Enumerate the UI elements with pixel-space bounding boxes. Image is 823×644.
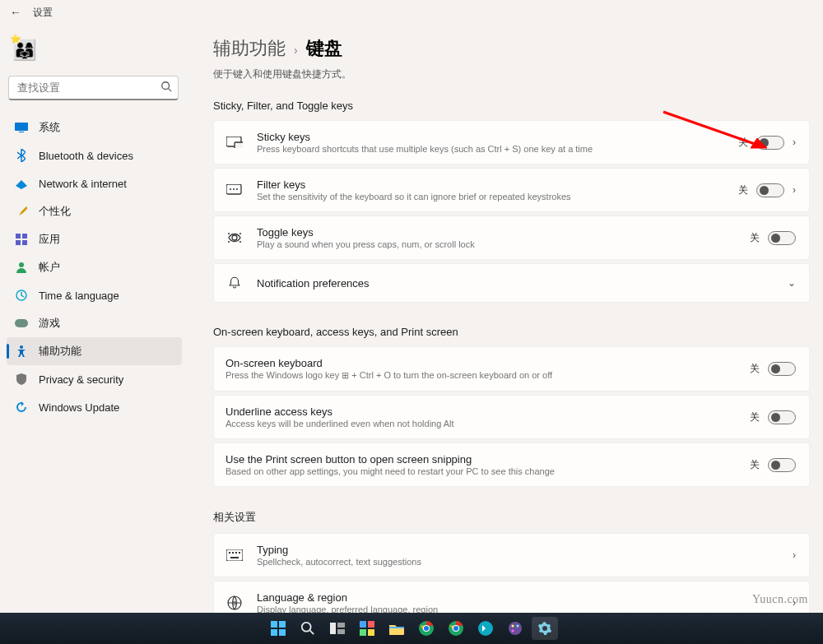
- nav-item-wifi[interactable]: Network & internet: [7, 169, 182, 197]
- toggle-switch[interactable]: [756, 183, 784, 197]
- section-title: Sticky, Filter, and Toggle keys: [213, 100, 810, 112]
- svg-text:字: 字: [232, 600, 237, 606]
- toggle-state-label: 关: [750, 458, 760, 472]
- nav-item-label: 游戏: [39, 316, 60, 331]
- card-icon: [226, 229, 244, 247]
- card-icon: 字: [226, 594, 244, 612]
- clock-icon: [15, 289, 28, 302]
- toggle-switch[interactable]: [768, 362, 796, 376]
- chevron-right-icon: ›: [294, 44, 298, 57]
- palette-icon[interactable]: [502, 617, 528, 640]
- svg-rect-6: [16, 240, 21, 245]
- game-icon: [15, 317, 28, 330]
- nav-item-shield[interactable]: Privacy & security: [7, 365, 182, 393]
- breadcrumb: 辅助功能 › 键盘: [213, 36, 810, 61]
- nav-item-label: Network & internet: [39, 178, 127, 190]
- nav-item-accessibility[interactable]: 辅助功能: [7, 337, 182, 365]
- file-explorer-icon[interactable]: [384, 617, 410, 640]
- svg-rect-13: [235, 142, 243, 148]
- card-description: Press keyboard shortcuts that use multip…: [257, 144, 725, 154]
- svg-rect-29: [271, 629, 277, 636]
- nav-item-label: 辅助功能: [39, 344, 81, 359]
- person-icon: [15, 261, 28, 274]
- bell-icon: [226, 274, 244, 292]
- card-icon: [226, 181, 244, 199]
- toggle-switch[interactable]: [768, 458, 796, 472]
- card-description: Access keys will be underlined even when…: [226, 419, 737, 429]
- svg-rect-20: [239, 552, 240, 554]
- nav-item-label: Bluetooth & devices: [39, 150, 133, 162]
- nav-item-person[interactable]: 帐户: [7, 253, 182, 281]
- brush-icon: [15, 205, 28, 218]
- setting-card-filter-keys[interactable]: Filter keys Set the sensitivity of the k…: [213, 168, 810, 212]
- widgets-icon[interactable]: [354, 617, 380, 640]
- toggle-state-label: 关: [750, 362, 760, 376]
- svg-rect-21: [230, 557, 239, 558]
- card-title: Underline access keys: [226, 405, 737, 418]
- toggle-state-label: 关: [738, 183, 748, 197]
- chrome-icon[interactable]: [413, 617, 439, 640]
- nav-item-apps[interactable]: 应用: [7, 225, 182, 253]
- chevron-right-icon: ›: [793, 184, 796, 196]
- svg-point-50: [517, 625, 519, 628]
- card-title: Toggle keys: [257, 226, 737, 239]
- related-card-typing[interactable]: Typing Spellcheck, autocorrect, text sug…: [213, 533, 810, 577]
- page-subtitle: 便于键入和使用键盘快捷方式。: [213, 67, 810, 81]
- section-title: 相关设置: [213, 510, 810, 525]
- toggle-state-label: 关: [750, 231, 760, 245]
- toggle-state-label: 关: [750, 410, 760, 424]
- notification-preferences-card[interactable]: Notification preferences ⌄: [213, 263, 810, 303]
- card-title: Use the Print screen button to open scre…: [226, 453, 737, 466]
- svg-rect-37: [368, 621, 374, 628]
- card-description: Based on other app settings, you might n…: [226, 466, 737, 476]
- svg-point-11: [20, 345, 23, 349]
- svg-point-51: [512, 630, 514, 632]
- setting-card-toggle-keys[interactable]: Toggle keys Play a sound when you press …: [213, 215, 810, 260]
- settings-taskbar-icon[interactable]: [532, 617, 558, 640]
- section-title: On-screen keyboard, access keys, and Pri…: [213, 326, 810, 338]
- svg-rect-16: [226, 549, 243, 561]
- user-avatar[interactable]: [12, 35, 43, 66]
- nav-item-label: Privacy & security: [39, 373, 123, 386]
- svg-rect-2: [15, 123, 28, 131]
- card-title: Typing: [257, 544, 779, 556]
- card-description: Press the Windows logo key ⊞ + Ctrl + O …: [226, 370, 737, 381]
- svg-rect-10: [15, 319, 28, 327]
- nav-item-monitor[interactable]: 系统: [7, 114, 182, 141]
- task-view-icon[interactable]: [324, 617, 351, 640]
- setting-card-underline-access-keys[interactable]: Underline access keys Access keys will b…: [213, 395, 810, 439]
- setting-card-use-the-print-screen-button-to-open-screen-snipping[interactable]: Use the Print screen button to open scre…: [213, 442, 810, 487]
- breadcrumb-parent[interactable]: 辅助功能: [213, 36, 286, 61]
- search-input[interactable]: [8, 76, 179, 100]
- browser-icon[interactable]: [472, 617, 499, 640]
- wifi-icon: [15, 177, 28, 190]
- toggle-switch[interactable]: [756, 136, 784, 150]
- card-description: Spellcheck, autocorrect, text suggestion…: [257, 557, 779, 567]
- back-icon[interactable]: ←: [10, 6, 21, 19]
- svg-rect-33: [330, 623, 336, 634]
- svg-rect-40: [389, 627, 404, 628]
- svg-point-31: [302, 623, 311, 632]
- monitor-icon: [15, 121, 28, 134]
- taskbar-search-icon[interactable]: [295, 617, 321, 640]
- svg-point-46: [453, 626, 458, 631]
- nav-item-update[interactable]: Windows Update: [7, 393, 182, 421]
- setting-card-sticky-keys[interactable]: Sticky keys Press keyboard shortcuts tha…: [213, 120, 810, 164]
- setting-card-on-screen-keyboard[interactable]: On-screen keyboard Press the Windows log…: [213, 346, 810, 391]
- svg-point-15: [232, 235, 237, 240]
- start-button[interactable]: [265, 617, 291, 640]
- nav-item-bluetooth[interactable]: Bluetooth & devices: [7, 141, 182, 169]
- shield-icon: [15, 373, 28, 386]
- update-icon: [15, 401, 28, 414]
- toggle-switch[interactable]: [768, 410, 796, 424]
- toggle-switch[interactable]: [768, 231, 796, 245]
- svg-rect-39: [368, 629, 374, 636]
- svg-rect-38: [360, 629, 366, 636]
- card-title: Sticky keys: [257, 131, 725, 143]
- nav-item-clock[interactable]: Time & language: [7, 281, 182, 309]
- svg-rect-34: [337, 623, 345, 628]
- nav-item-brush[interactable]: 个性化: [7, 197, 182, 225]
- nav-item-game[interactable]: 游戏: [7, 309, 182, 337]
- chrome-icon-2[interactable]: [443, 617, 469, 640]
- svg-rect-30: [279, 629, 286, 636]
